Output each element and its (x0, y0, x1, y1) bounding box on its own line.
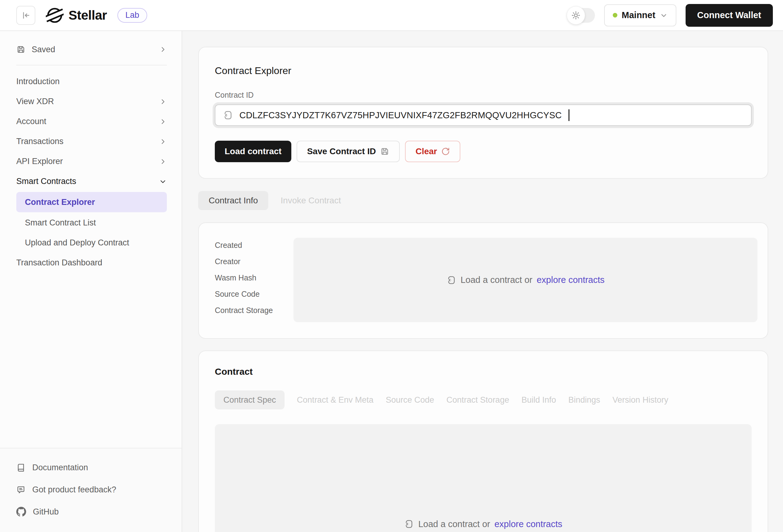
contract-id-input[interactable]: CDLZFC3SYJYDZT7K67VZ75HPJVIEUVNIXF47ZG2F… (215, 104, 752, 126)
lab-badge: Lab (117, 8, 147, 23)
main-content: Contract Explorer Contract ID CDLZFC3SYJ… (182, 31, 783, 532)
book-icon (16, 463, 26, 472)
app-header: Stellar Lab Mainnet (0, 0, 783, 31)
tab-version-history[interactable]: Version History (613, 395, 668, 405)
contract-explorer-card: Contract Explorer Contract ID CDLZFC3SYJ… (198, 47, 768, 179)
save-icon (16, 45, 26, 54)
chevron-right-icon (159, 138, 167, 145)
tab-contract-storage[interactable]: Contract Storage (446, 395, 509, 405)
chevron-right-icon (159, 158, 167, 166)
sidebar-item-feedback[interactable]: Got product feedback? (16, 478, 167, 501)
sidebar-item-label: Saved (32, 45, 153, 54)
tab-bindings[interactable]: Bindings (568, 395, 600, 405)
sidebar-item-contract-explorer[interactable]: Contract Explorer (16, 192, 167, 212)
chevron-down-icon (660, 11, 668, 19)
network-label: Mainnet (622, 10, 655, 20)
explore-contracts-link[interactable]: explore contracts (537, 275, 604, 285)
stellar-logo-icon (46, 6, 64, 24)
sidebar-item-smart-contract-list[interactable]: Smart Contract List (16, 213, 167, 233)
github-icon (16, 507, 26, 517)
brand-name: Stellar (68, 8, 107, 23)
contract-tabs: Contract Spec Contract & Env Meta Source… (215, 390, 752, 409)
sidebar-item-transactions[interactable]: Transactions (16, 131, 167, 152)
collapse-sidebar-button[interactable] (16, 6, 35, 25)
tab-build-info[interactable]: Build Info (522, 395, 556, 405)
contract-id-label: Contract ID (215, 91, 752, 100)
clear-button[interactable]: Clear (405, 141, 460, 162)
tab-contract-env-meta[interactable]: Contract & Env Meta (297, 395, 373, 405)
chevron-right-icon (159, 45, 167, 54)
collapse-sidebar-icon (21, 11, 30, 20)
sidebar-item-smart-contracts[interactable]: Smart Contracts (16, 171, 167, 191)
page-title: Contract Explorer (215, 65, 752, 76)
field-label-created: Created (215, 241, 293, 257)
contract-icon (223, 110, 233, 121)
explore-contracts-link[interactable]: explore contracts (495, 519, 562, 529)
text-caret (568, 109, 569, 121)
sidebar-footer: Documentation Got product feedback? GitH… (0, 448, 182, 532)
contract-icon (446, 275, 456, 285)
sidebar-item-api-explorer[interactable]: API Explorer (16, 152, 167, 171)
sidebar: Saved Introduction View XDR Account Tran… (0, 31, 182, 532)
refresh-icon (441, 147, 450, 156)
sidebar-item-transaction-dashboard[interactable]: Transaction Dashboard (16, 253, 167, 273)
field-label-source-code: Source Code (215, 290, 293, 306)
brand[interactable]: Stellar Lab (46, 6, 147, 24)
sidebar-item-introduction[interactable]: Introduction (16, 72, 167, 92)
theme-toggle[interactable] (568, 8, 595, 23)
info-empty-state: Load a contract or explore contracts (293, 238, 757, 322)
sidebar-item-account[interactable]: Account (16, 111, 167, 131)
feedback-icon (16, 485, 26, 494)
connect-wallet-button[interactable]: Connect Wallet (686, 4, 773, 27)
field-label-wasm-hash: Wasm Hash (215, 273, 293, 290)
contract-info-card: Created Creator Wasm Hash Source Code Co… (198, 222, 768, 339)
sidebar-item-view-xdr[interactable]: View XDR (16, 92, 167, 111)
empty-state-text: Load a contract or (418, 519, 490, 529)
contract-id-value: CDLZFC3SYJYDZT7K67VZ75HPJVIEUVNIXF47ZG2F… (240, 110, 562, 121)
view-tabs: Contract Info Invoke Contract (198, 191, 768, 210)
save-contract-id-button[interactable]: Save Contract ID (296, 141, 400, 162)
network-select[interactable]: Mainnet (604, 4, 677, 26)
load-contract-button[interactable]: Load contract (215, 141, 291, 162)
save-icon (380, 147, 389, 156)
field-label-contract-storage: Contract Storage (215, 306, 293, 322)
field-label-creator: Creator (215, 257, 293, 273)
chevron-down-icon (159, 177, 167, 186)
tab-invoke-contract[interactable]: Invoke Contract (280, 191, 341, 210)
chevron-right-icon (159, 98, 167, 106)
sidebar-item-documentation[interactable]: Documentation (16, 457, 167, 478)
chevron-right-icon (159, 118, 167, 126)
tab-source-code[interactable]: Source Code (386, 395, 434, 405)
sidebar-divider (16, 65, 167, 65)
contract-card: Contract Contract Spec Contract & Env Me… (198, 351, 768, 532)
network-status-dot (613, 13, 617, 18)
empty-state-text: Load a contract or (461, 275, 533, 285)
contract-empty-state: Load a contract or explore contracts (215, 424, 752, 532)
contract-icon (404, 519, 414, 529)
sidebar-item-saved[interactable]: Saved (16, 40, 167, 59)
contract-card-title: Contract (215, 366, 752, 377)
sun-icon (571, 10, 581, 20)
tab-contract-info[interactable]: Contract Info (198, 191, 268, 210)
tab-contract-spec[interactable]: Contract Spec (215, 390, 285, 409)
sidebar-item-github[interactable]: GitHub (16, 501, 167, 523)
sidebar-item-upload-deploy-contract[interactable]: Upload and Deploy Contract (16, 233, 167, 253)
